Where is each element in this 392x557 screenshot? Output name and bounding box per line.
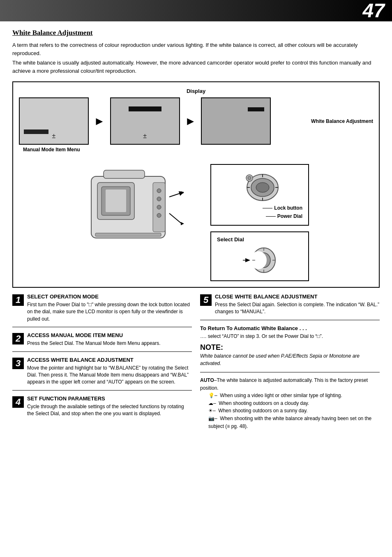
menu-item-bar [24,129,48,134]
section-title: White Balance Adjustment [12,29,380,37]
svg-marker-13 [181,191,184,194]
diagram-box: Display ± ► ± ► [12,81,380,288]
power-dial-labels: Lock button Power Dial [217,205,302,219]
camera-illustration [83,160,198,252]
plus-minus-2: ± [143,132,147,140]
plus-minus-1: ± [52,132,56,140]
step5-number: 5 [200,294,212,306]
screen3-label: White Balance Adjustment [311,118,373,124]
return-heading: To Return To Automatic White Balance . .… [200,325,380,331]
main-content: White Balance Adjustment A term that ref… [0,21,392,434]
step4-block: 4 SET FUNCTION PARAMETERS Cycle through … [12,395,192,422]
power-line [266,216,276,217]
svg-point-6 [157,197,161,201]
screen3 [201,97,271,145]
svg-point-5 [157,189,161,193]
step2-number: 2 [12,333,24,344]
screen2: ± [110,97,180,145]
screen1: ± [19,97,89,145]
step1-content: SELECT OPERATION MODE First turn the Pow… [27,294,192,323]
arrow-1: ► [94,115,105,128]
auto-line: AUTO–The white balance is adjusted autom… [200,377,380,392]
screen-labels-row: Manual Mode Item Menu [19,145,373,153]
lock-line [263,208,272,208]
auto-bold: AUTO [200,377,214,383]
svg-point-17 [256,183,269,192]
step3-body: Move the pointer and highlight bar to “W… [27,365,192,386]
step4-number: 4 [12,396,24,408]
auto-notes: AUTO–The white balance is adjusted autom… [200,372,380,430]
note-body: White balance cannot be used when P.AE/E… [200,353,380,367]
display-label: Display [19,88,373,94]
step2-heading: ACCESS MANUAL MODE ITEM MENU [27,332,161,338]
screens-row-wrapper: ± ► ± ► White Balance Adjustment [19,97,373,145]
auto-note-3: ☀– When shooting outdoors on a sunny day… [200,407,380,415]
svg-rect-9 [104,170,145,178]
page-number-bar: 47 [0,0,392,21]
svg-line-11 [169,193,182,197]
step4-body: Cycle through the available settings of … [27,403,192,418]
steps-section: 1 SELECT OPERATION MODE First turn the P… [12,294,380,430]
step1-body: First turn the Power Dial to "□" while p… [27,301,192,323]
arrow-2: ► [185,115,196,128]
select-dial-svg [241,246,278,275]
top-bar-2 [129,106,161,111]
step2-body: Press the Select Dial. The Manual Mode I… [27,340,161,347]
note-section: NOTE: White balance cannot be used when … [200,343,380,367]
step1-heading: SELECT OPERATION MODE [27,294,192,300]
power-dial-svg [237,169,282,202]
screens-row-inner: ± ► ± ► [19,97,271,145]
svg-marker-14 [181,222,184,225]
svg-point-8 [157,213,161,217]
lock-button-label: Lock button [263,205,302,211]
svg-rect-10 [95,233,161,236]
return-body: …. select “AUTO” in step 3. Or set the P… [200,333,380,340]
svg-marker-31 [245,258,250,262]
step4-content: SET FUNCTION PARAMETERS Cycle through th… [27,395,192,418]
step3-content: ACCESS WHITE BALANCE ADJUSTMENT Move the… [27,357,192,386]
power-dial-box: Lock button Power Dial [210,164,309,226]
steps-right: 5 CLOSE WHITE BALANCE ADJUSTMENT Press t… [200,294,380,430]
auto-note-4: 📷– When shooting with the white balance … [200,415,380,430]
steps-left: 1 SELECT OPERATION MODE First turn the P… [12,294,192,430]
step1-block: 1 SELECT OPERATION MODE First turn the P… [12,294,192,327]
step5-body: Press the Select Dial again. Selection i… [215,301,380,316]
dial-panels: Lock button Power Dial Select Dial [210,164,309,281]
power-dial-label: Power Dial [266,213,302,219]
svg-rect-3 [106,190,126,212]
step4-heading: SET FUNCTION PARAMETERS [27,395,192,402]
step5-heading: CLOSE WHITE BALANCE ADJUSTMENT [215,294,380,300]
right-label-block: White Balance Adjustment [311,118,373,124]
intro-text-2: The white balance is usually adjusted au… [12,59,380,75]
svg-point-23 [248,176,251,180]
step2-content: ACCESS MANUAL MODE ITEM MENU Press the S… [27,332,161,347]
auto-note-1: 💡– When using a video light or other sim… [200,392,380,400]
return-section: To Return To Automatic White Balance . .… [200,325,380,340]
step1-number: 1 [12,294,24,306]
camera-svg [83,160,190,250]
step2-block: 2 ACCESS MANUAL MODE ITEM MENU Press the… [12,332,192,351]
step3-block: 3 ACCESS WHITE BALANCE ADJUSTMENT Move t… [12,357,192,391]
camera-dial-row: Lock button Power Dial Select Dial [19,160,373,281]
auto-note-2: ☁– When shooting outdoors on a cloudy da… [200,400,380,407]
select-dial-box: Select Dial [210,231,309,281]
svg-line-12 [169,213,182,224]
step5-content: CLOSE WHITE BALANCE ADJUSTMENT Press the… [215,294,380,316]
svg-point-7 [157,205,161,209]
screen1-label: Manual Mode Item Menu [23,147,80,153]
note-heading: NOTE: [200,343,380,352]
small-top-bar [248,107,264,111]
page-number: 47 [363,1,385,21]
select-dial-label: Select Dial [217,236,302,243]
step5-block: 5 CLOSE WHITE BALANCE ADJUSTMENT Press t… [200,294,380,320]
step3-heading: ACCESS WHITE BALANCE ADJUSTMENT [27,357,192,363]
step3-number: 3 [12,358,24,369]
intro-text-1: A term that refers to the correctness of… [12,41,380,57]
